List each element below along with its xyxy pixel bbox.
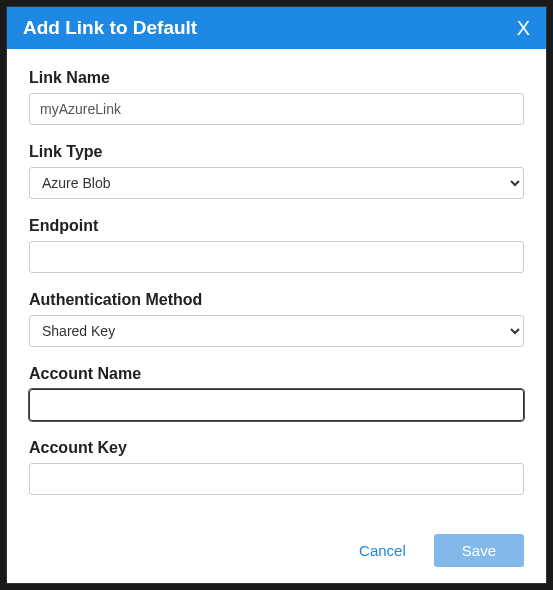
link-name-input[interactable] <box>29 93 524 125</box>
account-key-group: Account Key <box>29 439 524 495</box>
account-name-input[interactable] <box>29 389 524 421</box>
account-name-label: Account Name <box>29 365 524 383</box>
account-key-input[interactable] <box>29 463 524 495</box>
add-link-modal: Add Link to Default X Link Name Link Typ… <box>6 6 547 584</box>
modal-footer: Cancel Save <box>7 522 546 583</box>
link-type-select[interactable]: Azure Blob <box>29 167 524 199</box>
auth-method-select[interactable]: Shared Key <box>29 315 524 347</box>
account-key-label: Account Key <box>29 439 524 457</box>
link-name-group: Link Name <box>29 69 524 125</box>
save-button[interactable]: Save <box>434 534 524 567</box>
link-type-group: Link Type Azure Blob <box>29 143 524 199</box>
link-type-label: Link Type <box>29 143 524 161</box>
auth-method-group: Authentication Method Shared Key <box>29 291 524 347</box>
endpoint-input[interactable] <box>29 241 524 273</box>
modal-header: Add Link to Default X <box>7 7 546 49</box>
modal-body: Link Name Link Type Azure Blob Endpoint … <box>7 49 546 522</box>
link-name-label: Link Name <box>29 69 524 87</box>
endpoint-label: Endpoint <box>29 217 524 235</box>
account-name-group: Account Name <box>29 365 524 421</box>
close-icon[interactable]: X <box>517 18 530 38</box>
cancel-button[interactable]: Cancel <box>355 536 410 565</box>
auth-method-label: Authentication Method <box>29 291 524 309</box>
modal-title: Add Link to Default <box>23 17 197 39</box>
endpoint-group: Endpoint <box>29 217 524 273</box>
